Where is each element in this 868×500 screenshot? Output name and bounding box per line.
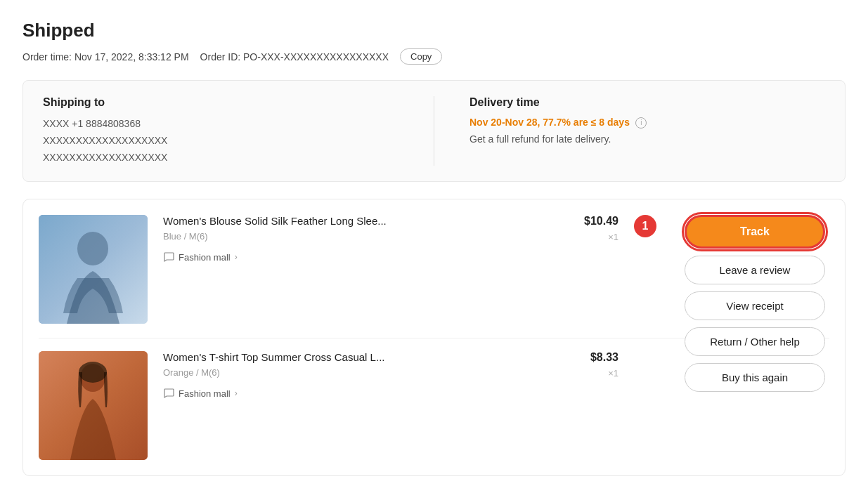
actions-column: Track Leave a review View receipt Return… <box>685 215 825 392</box>
shipping-name: XXXX +1 8884808368 <box>43 116 399 133</box>
page-title: Shipped <box>22 20 846 41</box>
info-icon[interactable]: i <box>635 117 647 129</box>
store-name-1: Fashion mall <box>179 252 231 263</box>
item-name-2: Women's T-shirt Top Summer Cross Casual … <box>163 351 562 363</box>
copy-button[interactable]: Copy <box>400 48 442 65</box>
info-box: Shipping to XXXX +1 8884808368 XXXXXXXXX… <box>22 80 846 182</box>
info-divider <box>434 96 434 166</box>
delivery-note: Get a full refund for late delivery. <box>469 131 825 148</box>
item-qty-1: ×1 <box>608 232 618 242</box>
item-price-2: $8.33 <box>590 351 618 364</box>
chevron-icon-2: › <box>235 388 238 398</box>
item-name-1: Women's Blouse Solid Silk Feather Long S… <box>163 215 562 227</box>
order-time: Order time: Nov 17, 2022, 8:33:12 PM <box>22 51 189 63</box>
item-price-area-1: $10.49 ×1 <box>562 215 618 242</box>
product-image-2 <box>39 351 148 460</box>
product-svg-2 <box>39 351 148 460</box>
view-receipt-button[interactable]: View receipt <box>685 291 825 320</box>
leave-review-button[interactable]: Leave a review <box>685 256 825 284</box>
item-badge-1: 1 <box>634 215 656 237</box>
chat-icon-1 <box>163 251 174 263</box>
svg-point-1 <box>77 232 108 265</box>
chat-icon-2 <box>163 388 174 399</box>
item-price-area-2: $8.33 ×1 <box>562 351 618 379</box>
delivery-title: Delivery time <box>469 96 825 109</box>
badge-area-1: 1 <box>634 215 656 237</box>
product-svg-1 <box>39 215 148 324</box>
shipping-line2: XXXXXXXXXXXXXXXXXXX <box>43 150 399 166</box>
order-id-label: Order ID: PO-XXX-XXXXXXXXXXXXXXXX <box>200 51 389 63</box>
shipping-title: Shipping to <box>43 96 399 109</box>
order-meta: Order time: Nov 17, 2022, 8:33:12 PM Ord… <box>22 48 846 65</box>
svg-point-4 <box>79 362 107 383</box>
item-details-1: Women's Blouse Solid Silk Feather Long S… <box>163 215 562 263</box>
item-variant-2: Orange / M(6) <box>163 367 562 378</box>
store-name-2: Fashion mall <box>179 388 231 399</box>
return-help-button[interactable]: Return / Other help <box>685 327 825 356</box>
item-price-1: $10.49 <box>584 215 618 228</box>
delivery-highlight: Nov 20-Nov 28, 77.7% are ≤ 8 days i <box>469 116 825 129</box>
product-image-1 <box>39 215 148 324</box>
item-variant-1: Blue / M(6) <box>163 231 562 242</box>
order-card: Track Leave a review View receipt Return… <box>22 199 846 476</box>
item-store-1[interactable]: Fashion mall › <box>163 251 562 263</box>
delivery-dates: Nov 20-Nov 28, 77.7% are ≤ 8 days <box>469 117 630 128</box>
item-qty-2: ×1 <box>608 368 618 379</box>
item-store-2[interactable]: Fashion mall › <box>163 388 562 399</box>
chevron-icon-1: › <box>235 252 238 262</box>
shipping-section: Shipping to XXXX +1 8884808368 XXXXXXXXX… <box>43 96 399 166</box>
delivery-section: Delivery time Nov 20-Nov 28, 77.7% are ≤… <box>469 96 825 166</box>
shipping-line1: XXXXXXXXXXXXXXXXXXX <box>43 133 399 150</box>
track-button[interactable]: Track <box>685 215 825 249</box>
item-details-2: Women's T-shirt Top Summer Cross Casual … <box>163 351 562 399</box>
buy-again-button[interactable]: Buy this again <box>685 363 825 392</box>
